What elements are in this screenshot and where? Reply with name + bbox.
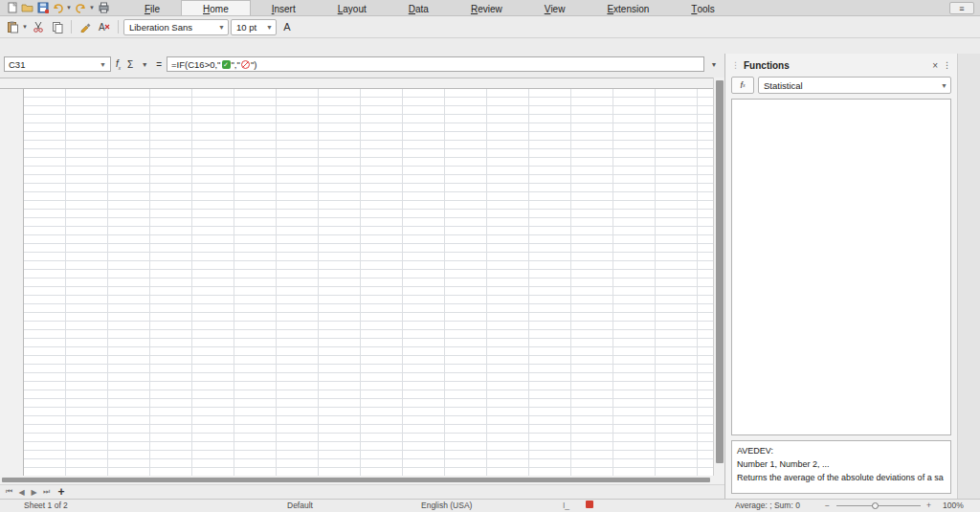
chevron-down-icon: ▼	[214, 24, 225, 31]
selected-category: Statistical	[764, 80, 803, 91]
tab-view[interactable]: View	[523, 0, 587, 15]
horizontal-scrollbar-thumb[interactable]	[2, 478, 710, 482]
function-description: AVEDEV: Number 1, Number 2, ... Returns …	[731, 440, 951, 494]
cell-reference: C31	[9, 59, 25, 70]
menu-tab-bar: ▼▼ FileHomeInsertLayoutDataReviewViewExt…	[0, 0, 980, 16]
font-size-combo[interactable]: 10 pt▼	[231, 19, 277, 35]
zoom-in-icon[interactable]: +	[926, 501, 931, 510]
sum-icon[interactable]: Σ	[125, 59, 135, 70]
add-sheet-button[interactable]: +	[54, 485, 69, 499]
function-category-select[interactable]: Statistical ▼	[758, 77, 951, 94]
last-sheet-icon[interactable]: ⏭	[41, 487, 52, 497]
language[interactable]: English (USA)	[421, 501, 472, 510]
hamburger-menu-button[interactable]: ≡	[949, 2, 974, 14]
menu-tabs: FileHomeInsertLayoutDataReviewViewExtens…	[123, 0, 949, 15]
status-bar: Sheet 1 of 2 Default English (USA) I_ Av…	[0, 499, 980, 512]
equals-icon[interactable]: =	[154, 59, 164, 70]
open-icon[interactable]	[21, 2, 33, 14]
zoom-slider-knob[interactable]	[872, 502, 879, 509]
chevron-down-icon: ▼	[262, 24, 273, 31]
function-description-name: AVEDEV:	[737, 444, 946, 457]
horizontal-scrollbar[interactable]	[0, 476, 724, 484]
tab-layout[interactable]: Layout	[317, 0, 388, 15]
svg-text:A: A	[99, 22, 105, 33]
save-icon[interactable]	[36, 2, 49, 14]
no-entry-emoji-icon	[241, 60, 250, 69]
row-headers[interactable]	[0, 89, 24, 476]
font-size-value: 10 pt	[236, 22, 256, 33]
tab-extension[interactable]: Extension	[586, 0, 670, 15]
vertical-scrollbar-thumb[interactable]	[716, 80, 724, 463]
function-description-text: Returns the average of the absolute devi…	[737, 471, 946, 484]
sidebar-deck-tabs	[957, 54, 980, 499]
zoom-level[interactable]: 100%	[943, 501, 964, 510]
zoom-slider[interactable]	[836, 505, 921, 506]
tab-tools[interactable]: Tools	[670, 0, 735, 15]
font-name-value: Liberation Sans	[129, 22, 192, 33]
libreoffice-calc-window: ▼▼ FileHomeInsertLayoutDataReviewViewExt…	[0, 0, 980, 512]
chevron-down-icon: ▼	[937, 82, 947, 89]
panel-menu-icon[interactable]: ⋮	[943, 60, 951, 70]
grow-font-button[interactable]: A	[278, 18, 296, 35]
cells-area[interactable]	[24, 89, 713, 476]
close-panel-icon[interactable]: ×	[927, 60, 943, 71]
formula-input[interactable]: =IF(C16>0,"✓","")	[167, 56, 704, 72]
print-icon[interactable]	[98, 2, 110, 14]
spreadsheet-grid[interactable]	[0, 78, 713, 476]
main-toolbar: ▼ALiberation Sans▼10 pt▼A	[0, 16, 980, 38]
tab-insert[interactable]: Insert	[251, 0, 317, 15]
font-name-combo[interactable]: Liberation Sans▼	[123, 19, 229, 35]
zoom-out-icon[interactable]: −	[825, 501, 830, 510]
function-description-signature: Number 1, Number 2, ...	[737, 457, 946, 471]
check-emoji-icon: ✓	[222, 60, 231, 69]
copy-icon[interactable]	[49, 18, 66, 35]
cell-reference-box[interactable]: C31 ▼	[4, 56, 111, 72]
function-list[interactable]	[731, 99, 951, 435]
next-sheet-icon[interactable]: ▶	[29, 488, 39, 497]
previous-sheet-icon[interactable]: ◀	[16, 488, 27, 497]
formula-text-prefix: =IF(C16>0,"	[171, 59, 220, 70]
sheet-info: Sheet 1 of 2	[24, 501, 68, 510]
unsaved-changes-icon[interactable]	[586, 501, 593, 510]
panel-grip-icon: ⋮	[731, 60, 740, 70]
formula-text-suffix: ")	[251, 59, 257, 70]
clear-formatting-icon[interactable]: A	[96, 18, 113, 35]
new-document-icon[interactable]	[6, 2, 18, 14]
selection-stats[interactable]: Average: ; Sum: 0	[735, 501, 800, 510]
sidebar-functions-panel: ⋮ Functions × ⋮ fx Statistical ▼ AVEDEV:…	[724, 54, 980, 499]
insert-mode-icon[interactable]: I_	[563, 501, 569, 510]
separator	[71, 20, 72, 33]
expand-formula-bar-icon[interactable]: ▼	[707, 61, 721, 68]
quick-toolbar: ▼▼	[0, 0, 116, 15]
panel-title: Functions	[744, 60, 927, 71]
first-sheet-icon[interactable]: ⏮	[4, 487, 14, 497]
clone-formatting-icon[interactable]	[77, 18, 94, 35]
formula-text-mid: ","	[232, 59, 240, 70]
separator	[118, 20, 119, 33]
undo-icon[interactable]	[52, 2, 64, 14]
redo-icon[interactable]	[75, 2, 87, 14]
paste-dropdown-icon[interactable]: ▼	[22, 24, 28, 30]
redo-dropdown-icon[interactable]: ▼	[89, 5, 95, 11]
vertical-scrollbar[interactable]	[713, 78, 724, 476]
toolbar-subrow	[0, 38, 724, 54]
formula-bar: C31 ▼ fx Σ ▼ = =IF(C16>0,"✓","") ▼	[0, 54, 724, 75]
tab-home[interactable]: Home	[181, 0, 251, 15]
column-headers[interactable]	[0, 78, 713, 89]
insert-function-button[interactable]: fx	[731, 77, 754, 94]
cut-icon[interactable]	[30, 18, 47, 35]
tab-review[interactable]: Review	[450, 0, 523, 15]
paste-icon[interactable]	[4, 18, 21, 35]
sheet-tab-bar: ⏮ ◀ ▶ ⏭ +	[0, 484, 724, 499]
tab-data[interactable]: Data	[388, 0, 450, 15]
undo-dropdown-icon[interactable]: ▼	[66, 5, 72, 11]
function-wizard-icon[interactable]: fx	[114, 58, 122, 71]
tab-file[interactable]: File	[123, 0, 181, 15]
sum-dropdown-icon[interactable]: ▼	[138, 61, 151, 68]
page-style[interactable]: Default	[287, 501, 313, 510]
grid-handle-icon[interactable]	[17, 41, 29, 50]
chevron-down-icon[interactable]: ▼	[100, 61, 106, 68]
